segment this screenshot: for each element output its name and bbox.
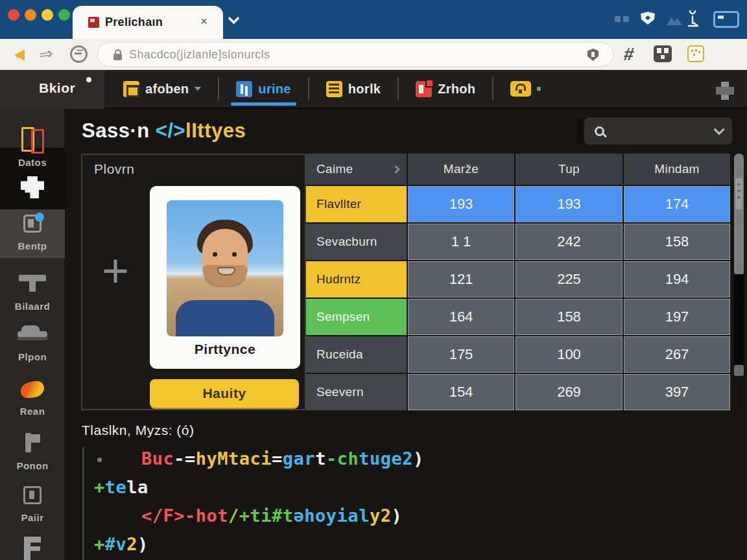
search-notch	[577, 119, 583, 144]
row-value-cell[interactable]: 193	[408, 186, 514, 222]
row-value-cell[interactable]: 269	[516, 374, 622, 410]
photo-shirt	[176, 300, 274, 336]
nav-tab-lock[interactable]	[496, 70, 555, 108]
nav-tab-Zrhoh[interactable]: Zrhoh	[401, 70, 490, 108]
app-navbar: Bkior afobenurinehorlkZrhoh	[0, 70, 747, 109]
back-button[interactable]	[14, 49, 25, 61]
lamp-icon[interactable]	[686, 10, 703, 31]
sidebar-item-label: Datos	[0, 157, 65, 168]
page-title-part: Sass·n	[82, 119, 156, 142]
nav-divider	[397, 77, 399, 100]
column-header[interactable]: Mindam	[624, 154, 730, 185]
chevron-down-icon[interactable]	[714, 124, 725, 135]
row-value-cell[interactable]: 164	[408, 299, 514, 335]
row-value-cell[interactable]: 194	[624, 261, 730, 298]
row-value-cell[interactable]: 158	[516, 299, 622, 335]
row-value-cell[interactable]: 158	[624, 224, 730, 260]
column-header[interactable]: Marže	[408, 154, 514, 185]
close-window-button[interactable]	[8, 9, 19, 21]
sidebar-item-label: Bentp	[0, 240, 65, 251]
row-name-cell[interactable]: Ruceida	[306, 336, 407, 373]
minimize-window-button[interactable]	[25, 9, 36, 21]
picture-in-picture-icon[interactable]	[713, 11, 739, 28]
sidebar-item-label: Rean	[0, 406, 65, 417]
row-value-cell[interactable]: 197	[624, 299, 730, 335]
shield-icon[interactable]	[641, 12, 655, 25]
row-value-cell[interactable]: 100	[516, 336, 622, 373]
row-name-cell[interactable]: Flavllter	[306, 186, 407, 222]
frame-icon	[23, 486, 42, 504]
site-shield-icon[interactable]	[587, 49, 599, 61]
nav-tab-horlk[interactable]: horlk	[312, 70, 395, 108]
profile-card[interactable]: Pirttynce	[150, 186, 300, 369]
scrollbar-thumb[interactable]	[734, 154, 744, 274]
browser-tab[interactable]: Prelichaın ×	[73, 6, 223, 39]
row-name-cell[interactable]: Sempsen	[306, 299, 407, 335]
page-title: Sass·n </>lIttyes	[82, 119, 246, 143]
row-value-cell[interactable]: 193	[516, 186, 622, 222]
search-box[interactable]	[584, 117, 732, 145]
nav-tabs: afobenurinehorlkZrhoh	[109, 70, 555, 108]
row-value-cell[interactable]: 121	[408, 261, 514, 298]
zoom-window-button[interactable]	[42, 9, 53, 21]
reload-button[interactable]	[70, 45, 88, 63]
row-name-cell[interactable]: Sevacburn	[306, 224, 407, 260]
extensions-icon[interactable]	[654, 45, 672, 62]
row-value-cell[interactable]: 1 1	[408, 224, 514, 260]
sidebar: DatosBentpBilaardPlponReanPononPaiir	[0, 109, 65, 560]
scrollbar-tail	[734, 365, 744, 376]
row-value-cell[interactable]: 397	[624, 374, 730, 410]
profile-action-button[interactable]: Hauity	[150, 379, 299, 408]
yellow-lock-icon	[510, 81, 531, 97]
sidebar-item-bentp[interactable]: Bentp	[0, 209, 65, 258]
add-tile-icon[interactable]	[716, 82, 734, 100]
nav-divider	[308, 77, 309, 100]
panel-title: Plovrn	[94, 161, 135, 177]
sidebar-item-f[interactable]	[0, 531, 65, 560]
puzzle-icon	[21, 176, 44, 198]
sidebar-item-puzzle[interactable]	[0, 171, 65, 201]
extra-window-button[interactable]	[58, 9, 70, 21]
add-button[interactable]: +	[102, 247, 129, 294]
sidebar-item-datos[interactable]: Datos	[0, 122, 65, 168]
scrollbar-knob[interactable]	[735, 178, 742, 209]
f-icon	[23, 537, 42, 560]
tab-close-icon[interactable]: ×	[200, 14, 208, 29]
row-value-cell[interactable]: 267	[624, 336, 730, 373]
nav-tab-label: urine	[258, 82, 290, 97]
row-name-cell[interactable]: Hudrntz	[306, 261, 407, 298]
nav-tab-afoben[interactable]: afoben	[109, 70, 215, 108]
row-name-cell[interactable]: Seevern	[306, 374, 407, 410]
sidebar-item-paiir[interactable]: Paiir	[0, 481, 65, 523]
tab-title: Prelichaın	[105, 16, 163, 29]
nav-tab-label: horlk	[348, 82, 381, 97]
address-bar[interactable]: Shacdco(jizlanle]slonurcls	[97, 42, 613, 67]
nav-tab-urine[interactable]: urine	[222, 70, 305, 108]
forward-button[interactable]: ⇒	[38, 43, 54, 65]
column-header[interactable]: Tup	[516, 154, 622, 185]
tab-list-chevron-icon[interactable]	[228, 12, 239, 24]
window-titlebar: Prelichaın ×	[0, 0, 747, 39]
screenshot-icon[interactable]	[687, 45, 704, 62]
sidebar-item-ponon[interactable]: Ponon	[0, 428, 65, 471]
table-scrollbar[interactable]	[734, 154, 744, 410]
row-value-cell[interactable]: 242	[516, 224, 622, 260]
search-input[interactable]	[611, 125, 707, 137]
sidebar-item-plpon[interactable]: Plpon	[0, 320, 65, 362]
sidebar-item-rean[interactable]: Rean	[0, 376, 65, 417]
profile-panel: Plovrn + Pirttynce Hauity	[81, 154, 306, 410]
page-title-part: </>	[156, 119, 185, 142]
column-header[interactable]: Caime	[306, 154, 407, 185]
row-value-cell[interactable]: 174	[624, 186, 730, 222]
row-value-cell[interactable]: 175	[408, 336, 514, 373]
car-icon	[18, 325, 47, 344]
flag-icon	[23, 433, 42, 452]
row-value-cell[interactable]: 154	[408, 374, 514, 410]
url-text[interactable]: Shacdco(jizlanle]slonurcls	[129, 48, 270, 62]
book-icon	[21, 127, 43, 149]
row-value-cell[interactable]: 225	[516, 261, 622, 298]
code-line: </F>-hot/+ti#təhoyialy2)	[94, 502, 729, 530]
code-line: +#v2)	[94, 530, 729, 559]
brand-block[interactable]: Bkior	[0, 70, 104, 109]
sidebar-item-bilaard[interactable]: Bilaard	[0, 268, 65, 312]
